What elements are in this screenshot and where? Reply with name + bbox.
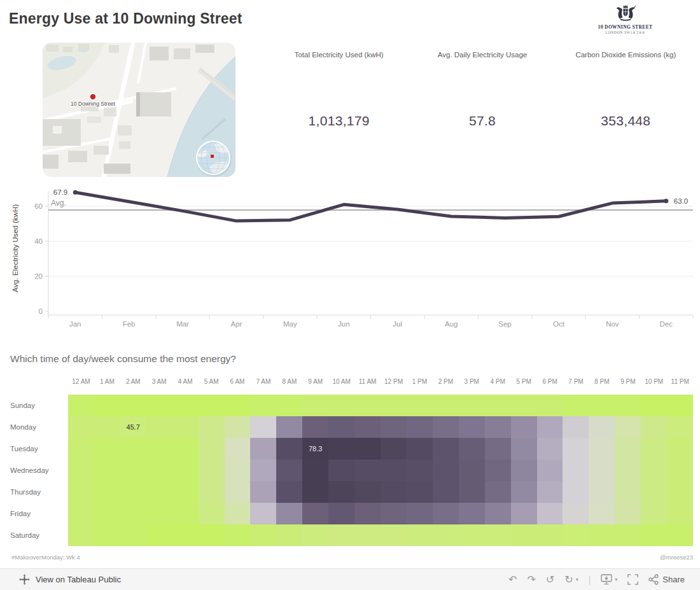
heatmap-cell[interactable] <box>641 438 667 460</box>
heatmap-cell[interactable] <box>615 524 641 546</box>
heatmap-cell[interactable] <box>563 438 589 460</box>
heatmap-cell[interactable] <box>589 460 615 481</box>
heatmap-cell[interactable] <box>225 503 251 524</box>
heatmap-cell[interactable] <box>68 438 94 460</box>
heatmap-cell[interactable] <box>485 503 511 524</box>
heatmap-cell[interactable] <box>328 460 354 481</box>
heatmap-cell[interactable] <box>511 395 537 416</box>
heatmap-cell[interactable] <box>120 438 146 460</box>
heatmap-cell[interactable] <box>563 416 589 438</box>
heatmap-cell[interactable] <box>615 438 641 460</box>
heatmap-cell[interactable] <box>459 481 485 503</box>
heatmap-cell[interactable] <box>667 438 693 460</box>
heatmap-cell[interactable] <box>68 395 94 416</box>
heatmap-cell[interactable] <box>667 416 693 438</box>
heatmap-cell[interactable] <box>459 503 485 524</box>
heatmap-cell[interactable] <box>250 395 276 416</box>
heatmap-cell[interactable] <box>225 460 251 481</box>
heatmap-cell[interactable] <box>537 460 563 481</box>
heatmap-cell[interactable]: 78.3 <box>302 438 328 460</box>
heatmap-cell[interactable] <box>172 481 199 503</box>
heatmap-cell[interactable] <box>276 460 302 481</box>
heatmap-cell[interactable] <box>433 481 459 503</box>
heatmap-cell[interactable] <box>589 503 615 524</box>
undo-icon[interactable]: ↶ <box>508 575 517 585</box>
revert-icon[interactable]: ↺ <box>546 575 554 585</box>
heatmap-cell[interactable] <box>250 503 276 524</box>
heatmap-cell[interactable] <box>407 416 433 438</box>
heatmap-cell[interactable] <box>250 524 276 546</box>
heatmap-cell[interactable] <box>94 460 120 481</box>
heatmap-cell[interactable] <box>537 416 563 438</box>
heatmap-cell[interactable] <box>199 481 225 503</box>
heatmap-cell[interactable] <box>407 524 433 546</box>
heatmap-cell[interactable] <box>407 395 433 416</box>
location-map[interactable]: 10 Downing Street <box>43 43 235 177</box>
heatmap-cell[interactable] <box>354 460 381 481</box>
heatmap-cell[interactable] <box>485 460 511 481</box>
heatmap-cell[interactable] <box>485 438 511 460</box>
heatmap-cell[interactable] <box>302 416 328 438</box>
heatmap-cell[interactable] <box>667 503 693 524</box>
heatmap-cell[interactable] <box>302 524 328 546</box>
heatmap-cell[interactable] <box>563 395 589 416</box>
heatmap-cell[interactable] <box>641 481 667 503</box>
heatmap-cell[interactable] <box>563 503 589 524</box>
heatmap-cell[interactable] <box>120 481 146 503</box>
heatmap-cell[interactable] <box>459 524 485 546</box>
heatmap-cell[interactable] <box>537 438 563 460</box>
heatmap-cell[interactable] <box>485 481 511 503</box>
heatmap-cell[interactable] <box>94 524 120 546</box>
heatmap-cell[interactable] <box>381 481 407 503</box>
heatmap-cell[interactable] <box>302 503 328 524</box>
heatmap-cell[interactable] <box>146 416 172 438</box>
heatmap-cell[interactable] <box>199 416 225 438</box>
heatmap-cell[interactable] <box>94 438 120 460</box>
heatmap-cell[interactable] <box>68 481 94 503</box>
download-button[interactable]: ▾ <box>601 574 617 585</box>
heatmap-cell[interactable] <box>537 503 563 524</box>
heatmap-cell[interactable] <box>459 460 485 481</box>
heatmap-cell[interactable] <box>641 503 667 524</box>
heatmap-cell[interactable] <box>354 416 381 438</box>
heatmap-cell[interactable] <box>68 503 94 524</box>
heatmap-cell[interactable] <box>250 460 276 481</box>
heatmap-cell[interactable] <box>172 460 199 481</box>
share-label[interactable]: Share <box>662 575 685 584</box>
heatmap-cell[interactable] <box>511 524 537 546</box>
heatmap-cell[interactable] <box>381 460 407 481</box>
heatmap-cell[interactable] <box>511 416 537 438</box>
heatmap-cell[interactable] <box>615 416 641 438</box>
heatmap-cell[interactable] <box>459 395 485 416</box>
heatmap-cell[interactable] <box>328 503 354 524</box>
heatmap-cell[interactable] <box>120 395 146 416</box>
heatmap-cell[interactable] <box>589 481 615 503</box>
heatmap-cell[interactable] <box>589 524 615 546</box>
heatmap-cell[interactable] <box>641 524 667 546</box>
heatmap-cell[interactable] <box>641 416 667 438</box>
heatmap-cell[interactable] <box>381 438 407 460</box>
heatmap-cell[interactable] <box>433 395 459 416</box>
heatmap-cell[interactable] <box>94 395 120 416</box>
heatmap-cell[interactable] <box>667 460 693 481</box>
heatmap-cell[interactable] <box>563 524 589 546</box>
heatmap-cell[interactable] <box>511 503 537 524</box>
heatmap-cell[interactable] <box>225 395 251 416</box>
heatmap-cell[interactable] <box>225 524 251 546</box>
heatmap-cell[interactable] <box>433 460 459 481</box>
heatmap-cell[interactable] <box>172 395 199 416</box>
heatmap-cell[interactable] <box>276 503 302 524</box>
heatmap-cell[interactable] <box>615 460 641 481</box>
heatmap-cell[interactable] <box>276 395 302 416</box>
heatmap-cell[interactable] <box>225 481 251 503</box>
heatmap-cell[interactable] <box>302 395 328 416</box>
heatmap-cell[interactable] <box>94 481 120 503</box>
heatmap-cell[interactable] <box>354 524 381 546</box>
heatmap-cell[interactable] <box>146 524 172 546</box>
heatmap-cell[interactable] <box>485 395 511 416</box>
heatmap-cell[interactable] <box>485 524 511 546</box>
heatmap-cell[interactable] <box>199 524 225 546</box>
view-on-tableau-public-link[interactable]: View on Tableau Public <box>19 574 121 585</box>
heatmap-cell[interactable] <box>276 416 302 438</box>
refresh-icon[interactable]: ↻ <box>564 575 573 585</box>
